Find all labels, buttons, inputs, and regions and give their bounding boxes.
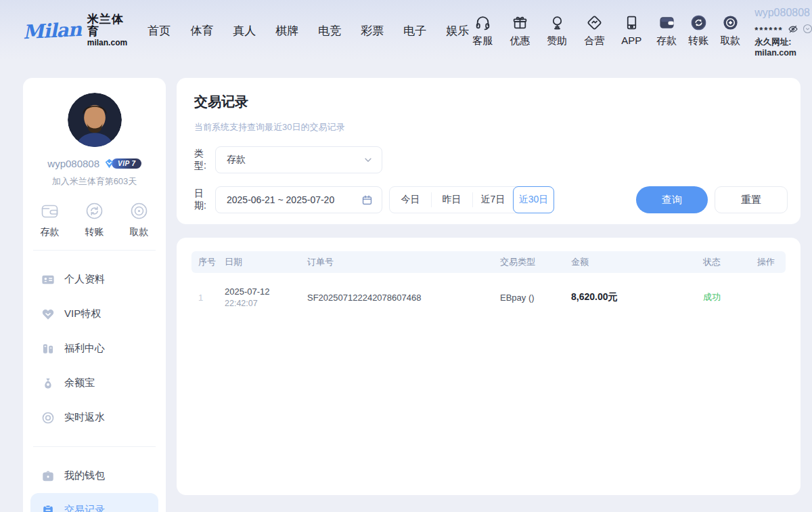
range-7days-button[interactable]: 近7日 bbox=[472, 186, 514, 213]
sidebar-avatar[interactable] bbox=[68, 93, 122, 147]
nav-item-slots[interactable]: 电子 bbox=[403, 23, 426, 39]
transfer-button[interactable]: 转账 bbox=[685, 14, 712, 47]
permanent-url: 永久网址: milan.com bbox=[754, 37, 812, 58]
promotions-button[interactable]: 优惠 bbox=[506, 14, 533, 47]
records-icon bbox=[41, 504, 55, 512]
sidebar-item-vip[interactable]: VIP特权 bbox=[30, 297, 158, 331]
row-status: 成功 bbox=[703, 291, 757, 303]
affiliate-button[interactable]: 合营 bbox=[581, 14, 608, 47]
divider bbox=[33, 250, 156, 251]
page-layout: wyp080808 VIP 7 加入米兰体育第603天 存款 bbox=[0, 61, 812, 495]
row-order-number: SF202507122242078607468 bbox=[307, 293, 500, 303]
deposit-button[interactable]: 存款 bbox=[653, 14, 680, 47]
withdraw-button[interactable]: 取款 bbox=[717, 14, 744, 47]
date-range-input[interactable]: 2025-06-21 ~ 2025-07-20 bbox=[215, 186, 382, 213]
wallet2-icon bbox=[41, 469, 55, 483]
table-header-row: 序号 日期 订单号 交易类型 金额 状态 操作 bbox=[191, 251, 786, 273]
page-subtitle: 当前系统支持查询最近30日的交易记录 bbox=[194, 121, 788, 133]
calendar-icon bbox=[361, 194, 373, 206]
main-nav: 首页 体育 真人 棋牌 电竞 彩票 电子 娱乐 bbox=[148, 23, 469, 39]
topbar-user-block: wyp080808 VIP 7 ****** 永久网址: mila bbox=[754, 4, 812, 58]
logo-domain-text: milan.com bbox=[87, 39, 127, 47]
sponsorship-button[interactable]: 赞助 bbox=[543, 14, 570, 47]
avatar-image-icon bbox=[68, 93, 122, 147]
table-row: 1 2025-07-12 22:42:07 SF2025071222420786… bbox=[191, 277, 786, 318]
date-range-value: 2025-06-21 ~ 2025-07-20 bbox=[227, 194, 334, 205]
logo-cn-text: 米兰体育 bbox=[87, 14, 127, 39]
rebate-icon bbox=[41, 411, 55, 425]
type-label: 类型: bbox=[194, 148, 215, 172]
moneybag-icon bbox=[41, 377, 55, 390]
sidebar-withdraw-button[interactable]: 取款 bbox=[129, 201, 149, 238]
id-card-icon bbox=[41, 273, 55, 286]
topbar: Milan 米兰体育 milan.com 首页 体育 真人 棋牌 电竞 彩票 电… bbox=[0, 0, 812, 61]
customer-service-button[interactable]: 客服 bbox=[469, 14, 496, 47]
sidebar-item-yuebao[interactable]: 余额宝 bbox=[30, 366, 158, 400]
nav-item-entertainment[interactable]: 娱乐 bbox=[446, 23, 469, 39]
range-today-button[interactable]: 今日 bbox=[390, 186, 431, 213]
trophy-icon bbox=[549, 14, 566, 31]
wallet-outline-icon bbox=[40, 201, 60, 221]
withdraw-outline-icon bbox=[129, 201, 149, 221]
nav-item-esports[interactable]: 电竞 bbox=[318, 23, 341, 39]
range-30days-button[interactable]: 近30日 bbox=[513, 186, 554, 213]
logo-script-text: Milan bbox=[22, 18, 81, 43]
nav-item-lottery[interactable]: 彩票 bbox=[361, 23, 384, 39]
row-date: 2025-07-12 22:42:07 bbox=[225, 286, 307, 308]
nav-item-home[interactable]: 首页 bbox=[148, 23, 171, 39]
site-logo[interactable]: Milan 米兰体育 milan.com bbox=[23, 14, 127, 48]
eye-off-icon[interactable] bbox=[788, 24, 798, 35]
phone-icon bbox=[623, 14, 640, 31]
sidebar-deposit-button[interactable]: 存款 bbox=[40, 201, 60, 238]
col-order: 订单号 bbox=[307, 256, 500, 268]
topbar-username[interactable]: wyp080808 bbox=[754, 7, 810, 19]
nav-item-live[interactable]: 真人 bbox=[233, 23, 256, 39]
masked-balance: ****** bbox=[754, 23, 783, 35]
col-date: 日期 bbox=[225, 256, 307, 268]
topbar-quick-icons: 客服 优惠 赞助 合营 bbox=[469, 14, 645, 47]
sidebar-username: wyp080808 bbox=[47, 158, 99, 169]
transfer-icon bbox=[690, 14, 707, 31]
row-transaction-type: EBpay () bbox=[500, 293, 571, 303]
balance-expand-icon[interactable] bbox=[803, 24, 812, 34]
main-content: 交易记录 当前系统支持查询最近30日的交易记录 类型: 存款 日期: 2025-… bbox=[177, 78, 800, 495]
sidebar-vip-badge: VIP 7 bbox=[104, 158, 141, 169]
sidebar-quick-actions: 存款 转账 取款 bbox=[40, 201, 149, 238]
type-filter-row: 类型: 存款 bbox=[194, 146, 788, 173]
date-filter-row: 日期: 2025-06-21 ~ 2025-07-20 今日 昨日 近7日 近3… bbox=[194, 186, 788, 213]
row-index: 1 bbox=[198, 293, 225, 303]
deposit-icon bbox=[658, 14, 675, 31]
sidebar-item-rebate[interactable]: 实时返水 bbox=[30, 400, 158, 435]
sidebar-item-wallet[interactable]: 我的钱包 bbox=[30, 458, 158, 493]
nav-item-sports[interactable]: 体育 bbox=[190, 23, 213, 39]
sidebar-transfer-button[interactable]: 转账 bbox=[85, 201, 104, 238]
query-button[interactable]: 查询 bbox=[636, 186, 708, 213]
handshake-icon bbox=[586, 14, 603, 31]
col-action: 操作 bbox=[757, 256, 779, 268]
reset-button[interactable]: 重置 bbox=[715, 186, 788, 213]
sidebar-item-transactions[interactable]: 交易记录 bbox=[30, 493, 158, 512]
filter-card: 交易记录 当前系统支持查询最近30日的交易记录 类型: 存款 日期: 2025-… bbox=[177, 78, 800, 224]
withdraw-icon bbox=[722, 14, 739, 31]
range-yesterday-button[interactable]: 昨日 bbox=[431, 186, 472, 213]
app-download-button[interactable]: APP bbox=[618, 14, 645, 47]
vip-diamond-icon bbox=[104, 158, 114, 169]
topbar-wallet-icons: 存款 转账 取款 bbox=[653, 14, 744, 47]
transactions-table-card: 序号 日期 订单号 交易类型 金额 状态 操作 1 2025-07-12 22:… bbox=[177, 238, 800, 495]
gift-icon bbox=[512, 14, 528, 31]
sidebar: wyp080808 VIP 7 加入米兰体育第603天 存款 bbox=[23, 78, 166, 512]
membership-days-text: 加入米兰体育第603天 bbox=[30, 175, 158, 188]
type-select-value: 存款 bbox=[227, 154, 246, 166]
sidebar-item-profile[interactable]: 个人资料 bbox=[30, 262, 158, 297]
type-select[interactable]: 存款 bbox=[215, 146, 382, 173]
col-amount: 金额 bbox=[571, 256, 703, 268]
date-range-presets: 今日 昨日 近7日 近30日 bbox=[389, 186, 554, 213]
benefits-icon bbox=[41, 342, 55, 356]
nav-item-cards[interactable]: 棋牌 bbox=[275, 23, 298, 39]
sidebar-item-benefits[interactable]: 福利中心 bbox=[30, 331, 158, 366]
divider bbox=[33, 446, 156, 447]
row-amount: 8,620.00元 bbox=[571, 291, 703, 303]
vip-level-pill: VIP 7 bbox=[112, 158, 141, 169]
headset-icon bbox=[474, 14, 491, 31]
transfer-outline-icon bbox=[85, 201, 104, 221]
